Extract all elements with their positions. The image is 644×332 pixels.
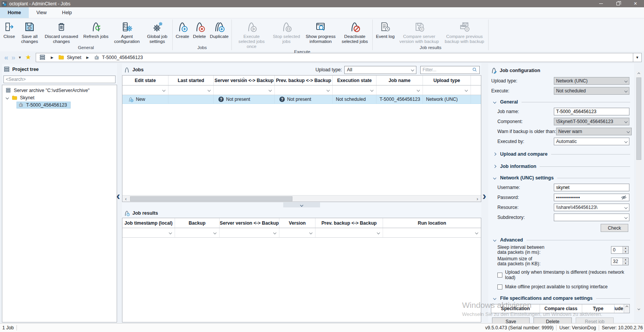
filter-cell[interactable] (214, 85, 275, 95)
stepper-up-icon[interactable]: ▲ (623, 247, 628, 250)
resource-combobox[interactable]: \\share\\456456123\ (554, 204, 629, 211)
collapse-splitter-button[interactable] (283, 202, 320, 207)
column-header-compare-class[interactable]: Compare class (540, 304, 582, 313)
filter-cell[interactable] (315, 228, 383, 237)
filter-cell[interactable] (279, 228, 315, 237)
checkbox-icon[interactable] (497, 284, 502, 289)
section-general[interactable]: General (494, 99, 630, 105)
column-header-execution-state[interactable]: Execution state (333, 76, 376, 85)
spec-scroll-up-icon[interactable] (624, 304, 629, 313)
tab-help[interactable]: Help (54, 7, 80, 18)
filter-cell[interactable] (220, 228, 279, 237)
scroll-left-icon[interactable]: ‹ (122, 196, 129, 202)
filter-cell[interactable] (275, 85, 333, 95)
chevron-down-icon[interactable] (6, 96, 9, 99)
executed-by-select[interactable]: Automatic (554, 138, 629, 145)
horizontal-scrollbar[interactable]: ‹ › (122, 195, 481, 202)
discard-unsaved-changes-button[interactable]: Discard unsaved changes (41, 18, 81, 44)
filter-cell[interactable] (122, 85, 168, 95)
tree-item-server-archive[interactable]: Server archive "C:\vdServerArchive" (2, 87, 117, 94)
scroll-up-icon[interactable] (636, 71, 642, 77)
warn-select[interactable]: Never warn (556, 128, 632, 135)
delete-job-button[interactable]: Delete (191, 18, 208, 39)
column-header-server-version-backup[interactable]: Server version <-> Backup (214, 76, 275, 85)
column-header-type[interactable]: Type (582, 304, 614, 313)
nav-back-icon[interactable]: « (4, 54, 8, 61)
column-header-prev-backup-backup[interactable]: Prev. backup <-> Backup (315, 218, 383, 228)
nav-history-dropdown-icon[interactable]: ▼ (18, 56, 21, 59)
filter-input[interactable] (423, 67, 472, 72)
column-header-version[interactable]: Version (279, 218, 315, 228)
left-splitter-arrow[interactable]: ‹ (116, 190, 120, 202)
column-header-job-name[interactable]: Job name (376, 76, 423, 85)
refresh-jobs-button[interactable]: Refresh jobs (81, 18, 111, 39)
maximize-button[interactable] (609, 0, 627, 7)
jobs-filter[interactable] (420, 66, 480, 74)
search-input[interactable] (3, 76, 116, 83)
create-job-button[interactable]: Create (174, 18, 191, 39)
nav-forward-icon[interactable]: » (12, 54, 15, 61)
check-button[interactable]: Check (601, 224, 628, 232)
column-header-edit-state[interactable]: Edit state (122, 76, 168, 85)
breadcrumb-item-device[interactable]: T-5000_456456123 (102, 55, 143, 60)
column-header-prev-backup-backup[interactable]: Prev. backup <-> Backup (275, 76, 333, 85)
selected-tree-node[interactable]: T-5000_456456123 (17, 102, 71, 108)
tab-view[interactable]: View (29, 7, 54, 18)
section-advanced[interactable]: Advanced (494, 237, 630, 243)
scrollbar-thumb[interactable] (130, 196, 292, 201)
checkbox-icon[interactable] (497, 273, 502, 278)
scroll-down-icon[interactable] (636, 306, 642, 312)
close-button[interactable]: Close (1, 18, 18, 39)
column-header-job-timestamp[interactable]: Job timestamp (local) (122, 218, 175, 228)
subdirectory-combobox[interactable] (554, 214, 629, 221)
job-row-selected[interactable]: New ?Not present ?Not present Not schedu… (122, 95, 481, 104)
breadcrumb-dropdown-icon[interactable]: ▼ (633, 53, 642, 62)
minimize-button[interactable] (592, 0, 609, 7)
deactivate-selected-jobs-button[interactable]: Deactivate selected jobs (338, 18, 371, 44)
upload-type-select[interactable]: All (344, 66, 416, 74)
tree-item-device[interactable]: T-5000_456456123 (2, 101, 117, 108)
job-name-input[interactable] (554, 108, 629, 115)
password-input[interactable]: •••••••••••• (554, 194, 629, 201)
eye-off-icon[interactable] (621, 195, 627, 200)
column-header-include[interactable]: clude s (614, 304, 624, 313)
max-size-stepper[interactable]: 32▲▼ (611, 258, 629, 265)
filter-cell[interactable] (383, 228, 481, 237)
execute-select[interactable]: Not scheduled (554, 87, 629, 95)
column-header-backup[interactable]: Backup (175, 218, 220, 228)
section-job-information[interactable]: Job information (494, 163, 630, 170)
offline-project-checkbox[interactable]: Make offline project available to script… (497, 284, 629, 289)
section-network-unc-settings[interactable]: Network (UNC) settings (494, 174, 630, 181)
stepper-up-icon[interactable]: ▲ (623, 258, 628, 262)
filter-cell[interactable] (423, 85, 471, 95)
column-header-last-started[interactable]: Last started (168, 76, 214, 85)
section-file-specifications[interactable]: File specifications and compare settings (494, 295, 630, 302)
column-header-server-version-backup[interactable]: Server version <-> Backup (220, 218, 279, 228)
stepper-down-icon[interactable]: ▼ (623, 250, 628, 254)
favorite-star-icon[interactable]: ★ (25, 53, 31, 61)
upload-only-timestamp-checkbox[interactable]: Upload only when timestamp is different … (497, 270, 629, 280)
column-header-upload-type[interactable]: Upload type (423, 76, 471, 85)
vertical-scrollbar[interactable] (636, 71, 642, 312)
filter-cell[interactable] (175, 228, 220, 237)
section-upload-and-compare[interactable]: Upload and compare (494, 151, 630, 158)
filter-cell[interactable] (333, 85, 376, 95)
filter-cell[interactable] (376, 85, 423, 95)
save-all-changes-button[interactable]: Save all changes (18, 18, 41, 44)
scroll-right-icon[interactable]: › (474, 196, 481, 202)
filter-cell[interactable] (168, 85, 214, 95)
filter-cell[interactable] (122, 228, 175, 237)
sleep-interval-stepper[interactable]: 0▲▼ (611, 246, 629, 254)
tab-home[interactable]: Home (0, 7, 29, 18)
tree-item-skynet[interactable]: Skynet (2, 94, 117, 101)
duplicate-job-button[interactable]: Duplicate (208, 18, 231, 39)
show-progress-information-button[interactable]: Show progress information (303, 18, 338, 44)
event-log-button[interactable]: Event log (374, 18, 396, 39)
username-input[interactable] (554, 184, 629, 191)
agent-configuration-button[interactable]: Agent configuration (111, 18, 144, 44)
breadcrumb[interactable]: ▶ Skynet ▶ T-5000_456456123 (36, 53, 633, 62)
close-window-button[interactable]: ✕ (627, 0, 644, 7)
upload-type-select[interactable]: Network (UNC) (554, 77, 629, 85)
scrollbar-thumb[interactable] (636, 77, 641, 160)
component-select[interactable]: \Skynet\T-5000_456456123 (554, 118, 629, 125)
